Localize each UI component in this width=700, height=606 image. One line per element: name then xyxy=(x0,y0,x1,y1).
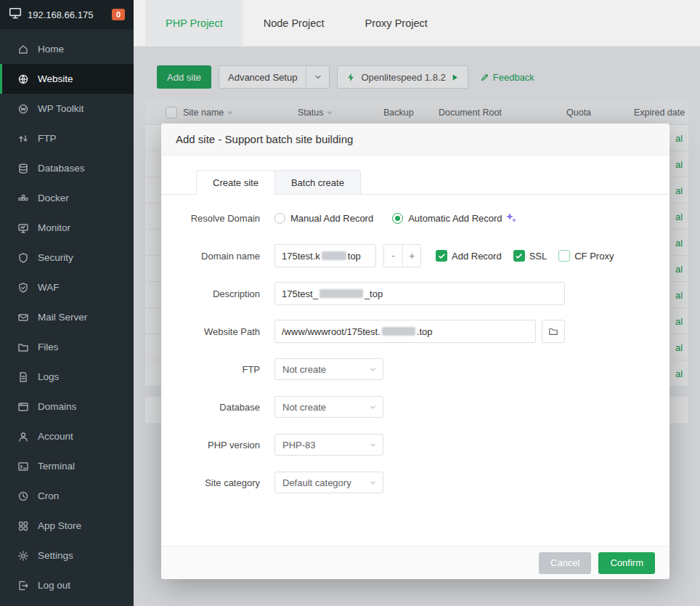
modal-tabbar: Create site Batch create xyxy=(161,170,670,195)
chevron-down-icon xyxy=(369,403,377,411)
php-version-select[interactable]: PHP-83 xyxy=(274,434,383,456)
shield-icon xyxy=(17,252,29,264)
website-path-label: Website Path xyxy=(161,326,260,337)
browse-folder-button[interactable] xyxy=(542,320,565,343)
domain-value-suffix: top xyxy=(348,251,361,262)
sidebar-item-monitor[interactable]: Monitor xyxy=(0,213,134,243)
sidebar-item-label: WAF xyxy=(38,282,60,293)
add-record-label: Add Record xyxy=(452,251,502,262)
tab-php-project[interactable]: PHP Project xyxy=(145,0,243,46)
site-category-select[interactable]: Default category xyxy=(274,472,383,493)
sidebar-item-label: App Store xyxy=(38,520,81,531)
redacted-text xyxy=(382,327,415,336)
logout-icon xyxy=(17,580,29,591)
terminal-icon xyxy=(17,461,29,472)
app-store-icon xyxy=(17,520,29,532)
sidebar-item-security[interactable]: Security xyxy=(0,243,134,272)
sidebar-item-label: Account xyxy=(38,431,73,442)
stepper-plus-button[interactable]: + xyxy=(402,245,420,267)
sparkle-icon xyxy=(505,212,517,224)
sidebar-item-files[interactable]: Files xyxy=(0,332,134,362)
modal-header: Add site - Support batch site building xyxy=(161,124,670,155)
tab-create-site[interactable]: Create site xyxy=(196,170,275,195)
modal-title: Add site - Support batch site building xyxy=(176,133,353,145)
ssl-checkbox[interactable] xyxy=(513,250,525,262)
sidebar-item-wp-toolkit[interactable]: WP Toolkit xyxy=(0,94,134,124)
chevron-down-icon xyxy=(369,479,377,487)
sidebar-item-terminal[interactable]: Terminal xyxy=(0,451,134,481)
database-icon xyxy=(17,163,29,174)
sidebar-item-label: Mail Server xyxy=(38,312,87,323)
log-file-icon xyxy=(17,371,29,383)
stepper-minus-button[interactable]: - xyxy=(384,245,402,267)
description-input[interactable]: 175test__top xyxy=(274,282,565,305)
mail-icon xyxy=(17,312,29,323)
sidebar-item-logs[interactable]: Logs xyxy=(0,362,134,392)
manual-add-record-label: Manual Add Record xyxy=(290,213,373,224)
sidebar-item-label: Cron xyxy=(38,490,59,501)
automatic-add-record-radio[interactable] xyxy=(392,213,403,224)
description-value-prefix: 175test_ xyxy=(282,288,318,299)
tab-batch-create[interactable]: Batch create xyxy=(274,170,361,195)
sidebar-item-app-store[interactable]: App Store xyxy=(0,511,134,541)
server-bar[interactable]: 192.168.66.175 0 xyxy=(0,0,134,29)
sidebar-item-home[interactable]: Home xyxy=(0,34,134,64)
confirm-button[interactable]: Confirm xyxy=(598,552,655,574)
home-icon xyxy=(17,44,29,55)
sidebar-item-databases[interactable]: Databases xyxy=(0,153,134,183)
user-icon xyxy=(17,431,29,443)
sidebar-item-settings[interactable]: Settings xyxy=(0,541,134,570)
description-value-suffix: _top xyxy=(365,288,383,299)
globe-icon xyxy=(17,73,29,85)
manual-add-record-radio[interactable] xyxy=(274,213,285,224)
sidebar-item-website[interactable]: Website xyxy=(0,64,134,94)
sidebar-item-docker[interactable]: Docker xyxy=(0,183,134,213)
redacted-text xyxy=(322,251,346,260)
cancel-button[interactable]: Cancel xyxy=(539,552,591,574)
website-path-input[interactable]: /www/wwwroot/175test..top xyxy=(274,320,536,343)
php-version-label: PHP version xyxy=(161,440,260,451)
sidebar-item-ftp[interactable]: FTP xyxy=(0,124,134,153)
description-label: Description xyxy=(161,288,260,299)
wordpress-icon xyxy=(17,103,29,115)
redacted-text xyxy=(320,289,363,298)
domain-count-stepper: - + xyxy=(383,244,421,267)
tab-proxy-project[interactable]: Proxy Project xyxy=(345,0,448,46)
sidebar-item-log-out[interactable]: Log out xyxy=(0,570,134,600)
ftp-select[interactable]: Not create xyxy=(274,358,383,380)
sidebar-item-cron[interactable]: Cron xyxy=(0,481,134,511)
sidebar-item-label: Home xyxy=(38,44,64,54)
tab-node-project[interactable]: Node Project xyxy=(243,0,345,46)
chevron-down-icon xyxy=(369,441,377,449)
ftp-selected-value: Not create xyxy=(282,364,326,375)
project-tabbar: PHP Project Node Project Proxy Project xyxy=(134,0,700,47)
sidebar: 192.168.66.175 0 Home Website WP Toolkit… xyxy=(0,0,134,606)
domain-name-input[interactable]: 175test.ktop xyxy=(274,244,376,267)
sidebar-item-waf[interactable]: WAF xyxy=(0,272,134,302)
sidebar-item-label: Security xyxy=(38,252,73,263)
domain-value-prefix: 175test.k xyxy=(282,251,320,262)
gear-icon xyxy=(17,550,29,562)
message-count-badge[interactable]: 0 xyxy=(112,9,125,20)
database-label: Database xyxy=(161,402,260,413)
sidebar-item-label: Settings xyxy=(38,550,73,561)
site-category-selected-value: Default category xyxy=(282,477,351,488)
description-row: Description 175test__top xyxy=(161,282,670,305)
sidebar-item-account[interactable]: Account xyxy=(0,421,134,451)
add-site-modal: Add site - Support batch site building C… xyxy=(161,124,670,579)
sidebar-item-mail-server[interactable]: Mail Server xyxy=(0,302,134,332)
sidebar-item-label: Log out xyxy=(38,580,70,591)
automatic-add-record-label: Automatic Add Record xyxy=(408,213,502,224)
sidebar-item-label: Logs xyxy=(38,371,59,382)
add-record-checkbox[interactable] xyxy=(436,250,447,262)
cf-proxy-checkbox[interactable] xyxy=(558,250,570,262)
sidebar-item-label: Terminal xyxy=(38,461,75,472)
database-select[interactable]: Not create xyxy=(274,396,383,418)
site-category-row: Site category Default category xyxy=(161,471,670,494)
sidebar-item-domains[interactable]: Domains xyxy=(0,392,134,421)
php-version-selected-value: PHP-83 xyxy=(282,440,316,451)
clock-icon xyxy=(17,490,29,502)
sidebar-item-label: FTP xyxy=(38,133,57,144)
sidebar-item-label: WP Toolkit xyxy=(38,103,84,114)
ftp-label: FTP xyxy=(161,364,260,375)
